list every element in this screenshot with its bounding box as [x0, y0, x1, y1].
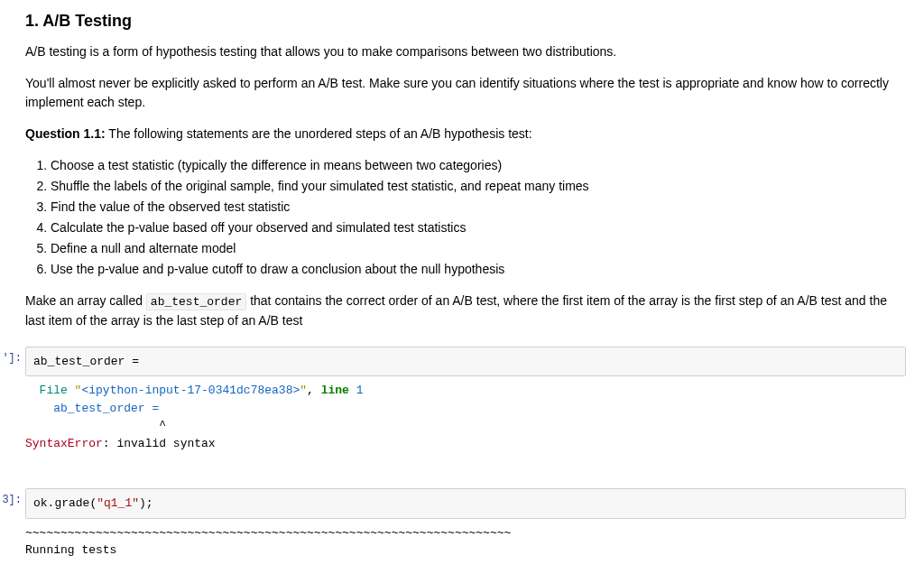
error-sep: : [103, 437, 117, 450]
code-cell: ']: ab_test_order = File "<ipython-input… [0, 347, 906, 453]
traceback-quote: " [300, 384, 307, 397]
code-output: ~~~~~~~~~~~~~~~~~~~~~~~~~~~~~~~~~~~~~~~~… [25, 524, 906, 575]
traceback-sep: , [307, 384, 321, 397]
question-label: Question 1.1: [25, 126, 106, 141]
error-message: invalid syntax [116, 437, 215, 450]
intro-paragraph-2: You'll almost never be explicitly asked … [25, 74, 906, 112]
instruction-paragraph: Make an array called ab_test_order that … [25, 292, 906, 330]
cell-prompt: 3]: [0, 492, 22, 508]
question-text: The following statements are the unorder… [106, 126, 532, 141]
list-item: Define a null and alternate model [51, 239, 906, 258]
traceback-caret: ^ [25, 419, 166, 432]
code-text: ok.grade( [33, 496, 97, 510]
intro-paragraph-1: A/B testing is a form of hypothesis test… [25, 42, 906, 61]
output-running: Running tests [25, 543, 116, 557]
inline-code: ab_test_order [146, 293, 246, 310]
list-item: Calculate the p-value based off your obs… [51, 218, 906, 237]
steps-list: Choose a test statistic (typically the d… [25, 156, 906, 279]
traceback-line-kw: line [321, 384, 356, 397]
code-input[interactable]: ok.grade("q1_1"); [25, 488, 906, 519]
list-item: Find the value of the observed test stat… [51, 198, 906, 217]
instruction-text-pre: Make an array called [25, 293, 146, 308]
code-output: File "<ipython-input-17-0341dc78ea38>", … [25, 382, 906, 452]
code-cell: 3]: ok.grade("q1_1"); ~~~~~~~~~~~~~~~~~~… [0, 488, 906, 574]
list-item: Use the p-value and p-value cutoff to dr… [51, 260, 906, 279]
list-item: Choose a test statistic (typically the d… [51, 156, 906, 175]
code-text: ); [139, 496, 153, 510]
cell-prompt: ']: [0, 350, 22, 366]
list-item: Shuffle the labels of the original sampl… [51, 177, 906, 196]
error-label: SyntaxError [25, 437, 103, 450]
section-heading: 1. A/B Testing [25, 9, 906, 33]
question-prompt: Question 1.1: The following statements a… [25, 125, 906, 144]
traceback-file-kw: File [25, 384, 75, 397]
code-string-literal: "q1_1" [97, 496, 139, 510]
code-input[interactable]: ab_test_order = [25, 347, 906, 377]
traceback-filename: <ipython-input-17-0341dc78ea38> [81, 384, 300, 397]
notebook-document: 1. A/B Testing A/B testing is a form of … [0, 0, 924, 574]
traceback-line-number: 1 [356, 384, 364, 397]
traceback-echo-line: ab_test_order = [25, 402, 159, 415]
output-rule: ~~~~~~~~~~~~~~~~~~~~~~~~~~~~~~~~~~~~~~~~… [25, 526, 511, 540]
